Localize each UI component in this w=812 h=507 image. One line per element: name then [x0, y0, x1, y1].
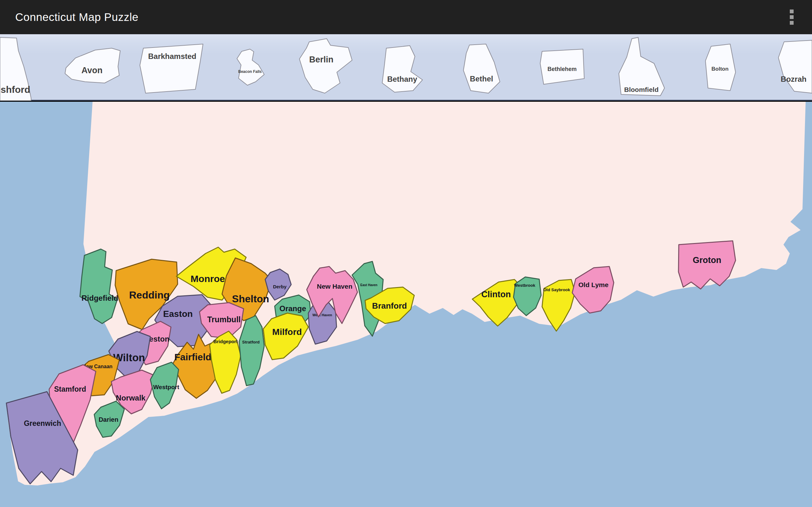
piece-tray[interactable]: shfordAvonBarkhamstedBeacon FallsBerlinB… [0, 34, 812, 101]
tray-piece-ashford[interactable] [0, 38, 31, 101]
tray-piece-barkhamsted[interactable] [140, 44, 203, 93]
tray-canvas: shfordAvonBarkhamstedBeacon FallsBerlinB… [0, 34, 812, 101]
app-bar: Connecticut Map Puzzle [0, 0, 812, 34]
tray-piece-bethany[interactable] [382, 46, 422, 92]
app-title: Connecticut Map Puzzle [15, 11, 138, 23]
menu-dot [790, 9, 794, 13]
tray-piece-bozrah[interactable] [778, 40, 812, 93]
map-area[interactable]: RidgefieldReddingMonroeSheltonDerbyEasto… [0, 102, 812, 507]
overflow-menu-icon[interactable] [785, 8, 798, 26]
tray-piece-bolton[interactable] [705, 44, 735, 91]
tray-piece-bethel[interactable] [463, 44, 500, 93]
connecticut-map-puzzle-app: Connecticut Map Puzzle shfordAvonBarkham… [0, 0, 812, 507]
tray-piece-beacon-falls[interactable] [237, 49, 264, 85]
menu-dot [790, 15, 794, 19]
tray-piece-berlin[interactable] [299, 39, 352, 93]
map-canvas: RidgefieldReddingMonroeSheltonDerbyEasto… [0, 102, 812, 507]
tray-piece-bloomfield[interactable] [619, 38, 664, 96]
tray-piece-avon[interactable] [65, 48, 120, 83]
menu-dot [790, 21, 794, 25]
tray-piece-bethlehem[interactable] [540, 49, 584, 84]
